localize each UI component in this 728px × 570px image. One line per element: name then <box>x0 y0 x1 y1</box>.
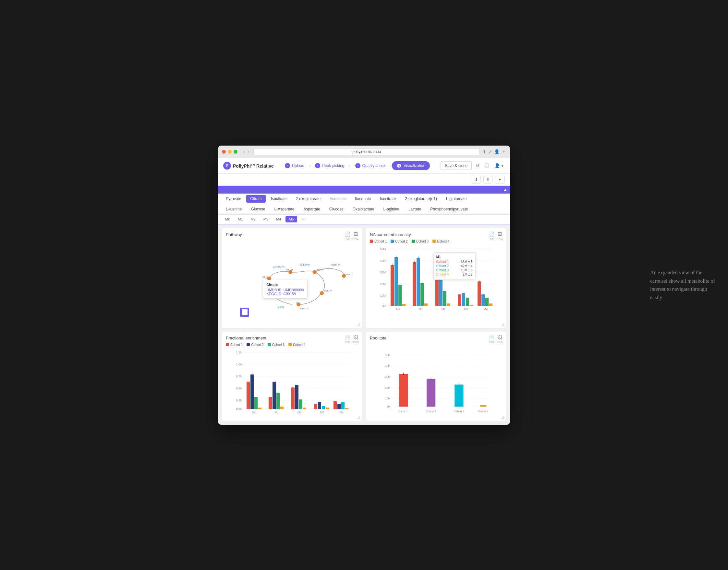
pt-chart-svg: 50M 40M 30M 20M 10M 0M Cohort 1 Cohort 2 <box>370 352 502 417</box>
svg-text:M2: M2 <box>441 307 446 311</box>
svg-rect-72 <box>299 399 302 409</box>
back-button[interactable]: ‹ <box>241 149 245 155</box>
pathway-tooltip: Citrate HMDB ID HMDB00094 KEGG ID C00158 <box>263 280 308 299</box>
metabolite-l-glutamate[interactable]: L-glutamate <box>442 195 471 203</box>
node-circle-icit-m <box>289 270 292 274</box>
filter-button[interactable]: ▼ <box>495 176 505 184</box>
pathway-png-button[interactable]: 🖼 PNG <box>352 232 359 240</box>
metabolite-oxalolactate[interactable]: Oxalolactate <box>349 205 378 213</box>
step-visualization[interactable]: 4 Visualization <box>392 161 430 170</box>
node-akg-m: akg_m <box>316 268 324 271</box>
metabolite-citrate[interactable]: Citrate <box>246 195 265 203</box>
step-quality-check[interactable]: ✓ Quality check <box>351 161 390 170</box>
metabolite-l-aspartate[interactable]: L-Aspartate <box>270 205 298 213</box>
metabolite-phosphoenolpyruvate[interactable]: Phosphoenolpyruvate <box>426 205 472 213</box>
minimize-dot[interactable] <box>228 150 232 154</box>
na-pdf-button[interactable]: 📄 PDF <box>489 232 495 240</box>
bookmark-button[interactable]: ⤢ <box>488 149 492 155</box>
pt-resize-handle[interactable]: ⊿ <box>501 414 505 419</box>
svg-text:Cohort 4: Cohort 4 <box>478 410 489 413</box>
save-close-button[interactable]: Save & close <box>440 162 472 170</box>
metabolite-pyruvate[interactable]: Pyruvate <box>222 195 245 203</box>
svg-rect-43 <box>485 298 489 306</box>
pathway-title: Pathway <box>226 232 358 237</box>
address-bar[interactable]: polly.elucidata.io <box>253 148 480 155</box>
m1-cohort1-value: 38M ± 5 <box>461 260 473 264</box>
metabolite-glucose2[interactable]: Glucose <box>325 205 347 213</box>
m1-tooltip-cohort3: Cohort 3 18M ± 6 <box>436 268 473 272</box>
svg-text:M0: M0 <box>252 411 256 414</box>
pool-total-chart: 50M 40M 30M 20M 10M 0M Cohort 1 Cohort 2 <box>370 352 502 417</box>
pt-png-icon: 🖼 <box>497 335 502 340</box>
tab-M5[interactable]: M5 <box>286 216 297 222</box>
metabolite-2oxoglutarate-rt1[interactable]: 2-oxoglutarate(rt1) <box>401 195 441 203</box>
svg-rect-18 <box>394 257 398 306</box>
fe-resize-handle[interactable]: ⊿ <box>357 414 361 419</box>
new-tab-button[interactable]: ＋ <box>502 149 506 155</box>
metabolite-aspartate[interactable]: Aspartate <box>300 205 324 213</box>
tab-M2[interactable]: M2 <box>247 216 259 222</box>
metabolite-itaconate[interactable]: Itaconate <box>351 195 375 203</box>
pool-total-export: 📄 PDF 🖼 PNG <box>489 335 503 344</box>
enzyme-ACONTm: ACONTm <box>272 266 286 269</box>
browser-action-buttons: ⬆ ⤢ 👤 ＋ <box>483 149 506 155</box>
forward-button[interactable]: › <box>247 149 251 155</box>
share-data-button[interactable]: ⬆ <box>484 176 493 184</box>
step-peak-picking[interactable]: ✓ Peak picking <box>311 161 349 170</box>
svg-text:50M: 50M <box>380 247 386 251</box>
logo-icon: P <box>223 162 231 170</box>
history-button[interactable]: ↺ <box>474 162 481 170</box>
svg-text:0M: 0M <box>381 304 386 307</box>
metabolite-lactate[interactable]: Lactate <box>404 205 425 213</box>
svg-text:1.25: 1.25 <box>236 351 242 354</box>
close-dot[interactable] <box>222 150 226 154</box>
legend-cohort4-label: Cohort 4 <box>437 240 449 243</box>
metabolite-aconitate[interactable]: Aconitate <box>326 195 350 203</box>
na-png-button[interactable]: 🖼 PNG <box>496 232 503 240</box>
metabolite-glucose1[interactable]: Glucose <box>247 205 269 213</box>
share-button[interactable]: ⬆ <box>483 149 486 155</box>
fe-png-button[interactable]: 🖼 PNG <box>352 335 359 344</box>
m1-tooltip-cohort2: Cohort 2 42M ± 4 <box>436 264 473 268</box>
pathway-pdf-button[interactable]: 📄 PDF <box>345 232 350 240</box>
tab-M3[interactable]: M3 <box>260 216 271 222</box>
fe-png-label: PNG <box>352 340 359 344</box>
tab-M4[interactable]: M4 <box>273 216 284 222</box>
svg-rect-71 <box>295 385 299 409</box>
pool-total-panel: Pool total 📄 PDF 🖼 PNG <box>366 332 506 421</box>
collapse-button[interactable]: ▲ <box>503 187 507 192</box>
metabolite-isocitrate1[interactable]: Isocitrate <box>267 195 291 203</box>
metabolite-l-aginine[interactable]: L-aginine <box>380 205 403 213</box>
na-corrected-resize-handle[interactable]: ⊿ <box>501 321 505 326</box>
logo-text: PollyPhiTM Relative <box>233 163 274 169</box>
fe-pdf-label: PDF <box>345 340 350 344</box>
pathway-square-inner <box>242 309 247 315</box>
collapse-bar[interactable]: ▲ <box>218 186 510 194</box>
m1-cohort2-value: 42M ± 4 <box>461 264 473 268</box>
tab-M1[interactable]: M1 <box>234 216 246 222</box>
download-button[interactable]: ⬇ <box>472 176 481 184</box>
pt-pdf-button[interactable]: 📄 PDF <box>489 335 495 344</box>
metabolite-l-alanine[interactable]: L-alanine <box>222 205 245 213</box>
na-png-label: PNG <box>496 237 503 240</box>
pt-png-button[interactable]: 🖼 PNG <box>496 335 503 344</box>
step-check-icon-2: ✓ <box>315 163 320 168</box>
pathway-resize-handle[interactable]: ⊿ <box>357 321 361 326</box>
step-upload[interactable]: ✓ Upload <box>280 161 309 170</box>
maximize-dot[interactable] <box>233 150 237 154</box>
account-button[interactable]: 👤 <box>494 149 500 155</box>
info-button[interactable]: ⓘ <box>484 162 491 170</box>
fe-chart-svg: 1.25 1.00 0.75 0.50 0.25 0.00 M0 <box>226 349 358 414</box>
legend-cohort2: Cohort 2 <box>391 240 407 243</box>
user-menu-button[interactable]: 👤 ▾ <box>493 162 505 170</box>
node-circle-suc-m <box>320 291 324 295</box>
tab-M0[interactable]: M0 <box>222 216 233 222</box>
svg-text:M0: M0 <box>396 307 400 311</box>
fe-pdf-button[interactable]: 📄 PDF <box>345 335 350 344</box>
svg-text:M3: M3 <box>320 411 324 414</box>
m1-cohort4-label: Cohort 4 <box>436 273 449 276</box>
metabolite-isocitrate2[interactable]: Isocitrate <box>376 195 400 203</box>
carousel-more-indicator: — <box>472 195 481 202</box>
metabolite-2oxoglutarate[interactable]: 2-oxoglutarate <box>292 195 324 203</box>
fe-legend-cohort4-label: Cohort 4 <box>293 343 305 347</box>
